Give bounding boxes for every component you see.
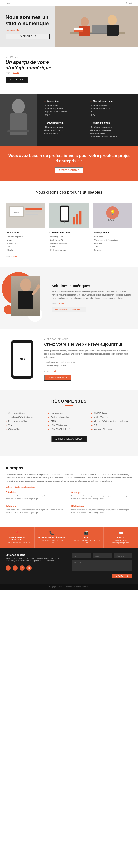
hero-subtitle-link[interactable]: Impression Slide	[5, 29, 50, 31]
about-detail-text: Lorem ipsum dolor sit amet, consectetur …	[5, 473, 133, 483]
service-title-conception: Conception	[44, 100, 85, 102]
website-left: HELLO!	[5, 340, 39, 379]
social-links: f t y in	[5, 565, 66, 570]
about-col-title-realisateurs: Réalisateurs	[72, 505, 133, 507]
service-title-marketing: Marketing social	[90, 122, 131, 124]
svg-point-11	[12, 99, 25, 114]
phone-screen: HELLO!	[13, 343, 31, 376]
svg-rect-20	[25, 214, 38, 215]
services-section: Conception Conception Web Conception gra…	[0, 94, 138, 146]
products-grid: Mock Conception Maquette de produit Marq…	[5, 203, 133, 252]
product-image-conception: Mock	[5, 203, 46, 228]
about-sublabel: Au Design Studio, nous informations	[5, 486, 133, 488]
service-title-numerique: Numérique et more	[90, 100, 131, 102]
awards-grid: Récompense Webby L'aura intégrité d'or d…	[5, 411, 133, 431]
svg-point-33	[20, 278, 31, 291]
about-col-text-futuristes: Lorem ipsum dolor sit amet, consectetur …	[5, 495, 67, 500]
contact-box-text-email: info@example.com contact@example.com	[106, 539, 135, 544]
cta-banner-button[interactable]: PRENDRE CONTACT	[55, 167, 83, 173]
phone-icon: 📞	[37, 531, 66, 535]
website-cta-button[interactable]: JE M'ABONNE PLUS	[44, 375, 72, 380]
svg-rect-25	[73, 217, 75, 224]
svg-rect-26	[76, 214, 78, 224]
page-number: Page 3	[126, 2, 133, 4]
copyright-bar: Copyright © 2023 par le service. Tous dr…	[0, 584, 138, 590]
about-detail-section: À propos Lorem ipsum dolor sit amet, con…	[0, 457, 138, 527]
footer-input-row	[72, 554, 133, 558]
contact-box-text-phone: +33 (0)1 23 45 67 89 +33 (0)1 23 45 67 8…	[37, 539, 66, 544]
cta-banner-title: Vous avez besoin de professionnels pour …	[5, 153, 133, 164]
about-col-strategies: Stratèges Lorem ipsum dolor sit amet, co…	[72, 491, 133, 500]
copyright-text: Copyright © 2023 par le service. Tous dr…	[49, 586, 89, 588]
svg-rect-19	[25, 212, 42, 213]
about-columns: Futuristes Lorem ipsum dolor sit amet, c…	[5, 491, 133, 514]
svg-rect-13	[7, 130, 29, 132]
contact-box-email: ✉️ E-MAIL info@example.com contact@examp…	[104, 527, 138, 548]
svg-rect-27	[79, 211, 81, 225]
footer-message-input[interactable]	[72, 560, 133, 571]
youtube-icon[interactable]: y	[20, 565, 25, 570]
footer-submit-button[interactable]: SOUMETTRE	[112, 574, 133, 579]
about-col-text-strategies: Lorem ipsum dolor sit amet, consectetur …	[72, 495, 133, 500]
contact-box-title-bureau: NOTRE BUREAU PRINCIPAL	[3, 536, 32, 540]
about-col-title-futuristes: Futuristes	[5, 491, 67, 494]
website-feature-list: Assistance par e-mail et téléphone Prise…	[44, 361, 133, 368]
solutions-cta-button[interactable]: EN SAVOIR PLUS SUR NOUS	[52, 307, 86, 312]
solutions-right: Solutions numériques Bla jouis le studio…	[52, 284, 133, 312]
about-title: Un aperçu de votre stratégie numérique	[5, 59, 133, 71]
logo: logo	[5, 2, 10, 4]
about-section: À PROPOS Un aperçu de votre stratégie nu…	[0, 47, 138, 94]
service-item-conception: Conception Conception Web Conception gra…	[42, 98, 87, 120]
top-bar: logo Page 3	[0, 0, 138, 6]
contact-box-title-phone: NUMÉRO DE TÉLÉPHONE	[37, 536, 66, 538]
footer-name-input[interactable]	[72, 554, 91, 558]
about-cta-button[interactable]: NOS VALEURS	[5, 77, 28, 83]
svg-point-24	[64, 221, 65, 223]
facebook-icon[interactable]: f	[5, 565, 11, 570]
hero-section: Nous sommes un studio numérique Impressi…	[0, 6, 138, 47]
contact-box-text-bureau: 123 rue principale City, Etat 12345	[3, 541, 32, 544]
svg-rect-2	[92, 25, 107, 34]
about-detail-title: À propos	[5, 466, 133, 470]
product-card-conception: Mock Conception Maquette de produit Marq…	[5, 203, 46, 252]
hero-left: Nous sommes un studio numérique Impressi…	[0, 6, 55, 47]
website-right: À PROPOS DE NOUS Créez votre site Web de…	[44, 338, 133, 380]
phone-hello-text: HELLO!	[19, 358, 25, 360]
footer-phone-input[interactable]	[113, 554, 133, 558]
svg-text:💡: 💡	[110, 210, 115, 215]
product-list-developpement: WordPress Développement d'applications F…	[92, 235, 133, 252]
phone-mockup: HELLO!	[11, 340, 33, 379]
awards-button-wrap: APPRENDRE ENCORE PLUS	[5, 436, 133, 447]
footer-form-section: Entrer en contact N'hésitez pas à nous é…	[0, 548, 138, 584]
awards-col-2: 1 un spectacle Expérience interactive SA…	[48, 411, 89, 431]
hero-title: Nous sommes un studio numérique	[5, 14, 50, 27]
solutions-person-image	[11, 276, 40, 316]
products-section: Nous créons des produits utilisables Moc…	[0, 181, 138, 267]
services-image	[0, 94, 37, 146]
svg-rect-34	[19, 291, 33, 309]
about-eyebrow: À PROPOS	[5, 56, 133, 58]
products-divider	[65, 196, 73, 197]
about-col-text-createurs: Lorem ipsum dolor sit amet, consectetur …	[5, 508, 67, 514]
awards-cta-button[interactable]: APPRENDRE ENCORE PLUS	[51, 436, 86, 442]
svg-rect-7	[107, 25, 119, 36]
awards-divider	[65, 405, 73, 406]
svg-point-36	[37, 284, 40, 287]
about-col-futuristes: Futuristes Lorem ipsum dolor sit amet, c…	[5, 491, 67, 500]
product-title-commercialisation: Commercialisation	[49, 231, 89, 234]
footer-email-input[interactable]	[92, 554, 111, 558]
location-icon: 📍	[3, 531, 32, 535]
svg-text:Mock: Mock	[14, 211, 19, 213]
product-image-commercialisation	[49, 203, 89, 228]
awards-col-1: Récompense Webby L'aura intégrité d'or d…	[5, 411, 47, 431]
linkedin-icon[interactable]: in	[27, 565, 32, 570]
website-section: HELLO! À PROPOS DE NOUS Créez votre site…	[0, 329, 138, 390]
products-title: Nous créons des produits utilisables	[5, 190, 133, 195]
solutions-image-credit: Image de freepik	[52, 302, 133, 304]
twitter-icon[interactable]: t	[12, 565, 18, 570]
hero-right	[55, 6, 138, 47]
hero-cta-button[interactable]: EN SAVOIR PLUS	[5, 34, 50, 39]
about-col-title-strategies: Stratèges	[72, 491, 133, 494]
about-col-realisateurs: Réalisateurs Lorem ipsum dolor sit amet,…	[72, 505, 133, 514]
service-item-marketing: Marketing social Stratégie communication…	[87, 120, 133, 141]
